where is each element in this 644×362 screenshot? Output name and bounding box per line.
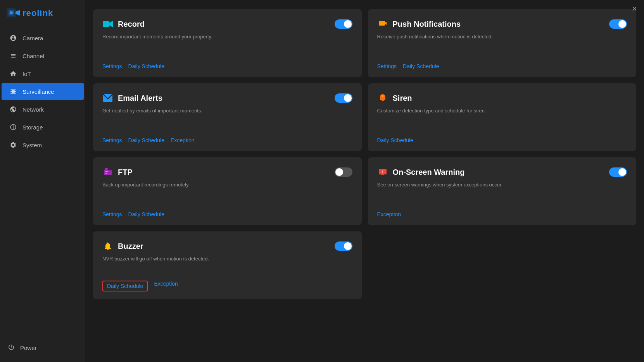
- buzzer-toggle[interactable]: [335, 241, 352, 251]
- sidebar-item-network[interactable]: Network: [2, 101, 84, 118]
- siren-desc: Customize detection type and schedule fo…: [377, 107, 627, 131]
- email-title: Email Alerts: [118, 94, 162, 103]
- logo-text: reolink: [22, 8, 53, 18]
- record-daily-schedule-link[interactable]: Daily Schedule: [128, 63, 164, 69]
- buzzer-card: Buzzer NVR buzzer will go off when motio…: [93, 231, 362, 299]
- push-icon: [377, 19, 388, 29]
- power-label: Power: [20, 345, 37, 351]
- buzzer-daily-schedule-link[interactable]: Daily Schedule: [102, 281, 148, 291]
- onscreen-icon: !: [377, 167, 388, 178]
- nav-menu: Camera Channel IoT Surveillance: [0, 29, 85, 334]
- ftp-card-header: FTP: [102, 167, 352, 178]
- record-desc: Record important moments around your pro…: [102, 33, 352, 57]
- svg-marker-7: [385, 22, 387, 25]
- sidebar-item-iot-label: IoT: [22, 71, 31, 77]
- sidebar-item-channel-label: Channel: [22, 53, 44, 59]
- sidebar-item-surveillance-label: Surveillance: [22, 88, 54, 95]
- buzzer-title-area: Buzzer: [102, 241, 143, 252]
- sidebar-item-network-label: Network: [22, 106, 44, 113]
- sidebar: reolink Camera Channel IoT: [0, 0, 85, 362]
- push-card-header: Push Notifications: [377, 19, 627, 29]
- sidebar-item-storage[interactable]: Storage: [2, 119, 84, 136]
- svg-rect-17: [381, 174, 384, 175]
- onscreen-title: On-Screen Warning: [393, 168, 465, 177]
- sidebar-item-storage-label: Storage: [22, 124, 43, 131]
- svg-point-2: [10, 11, 13, 14]
- onscreen-links: Exception: [377, 205, 627, 217]
- svg-rect-13: [105, 168, 108, 170]
- siren-daily-schedule-link[interactable]: Daily Schedule: [377, 137, 413, 143]
- svg-text:!: !: [382, 170, 383, 174]
- email-exception-link[interactable]: Exception: [171, 137, 194, 143]
- sidebar-item-channel[interactable]: Channel: [2, 47, 84, 64]
- push-title-area: Push Notifications: [377, 19, 461, 29]
- email-icon: [102, 93, 113, 103]
- siren-card: Siren Customize detection type and sched…: [368, 83, 637, 151]
- record-links: Settings Daily Schedule: [102, 57, 352, 69]
- onscreen-title-area: ! On-Screen Warning: [377, 167, 465, 178]
- siren-card-header: Siren: [377, 93, 627, 103]
- svg-rect-15: [105, 173, 107, 174]
- onscreen-toggle[interactable]: [609, 167, 627, 177]
- power-button[interactable]: Power: [8, 340, 78, 356]
- ftp-daily-schedule-link[interactable]: Daily Schedule: [128, 211, 164, 217]
- push-links: Settings Daily Schedule: [377, 57, 627, 69]
- svg-rect-6: [379, 21, 385, 26]
- ftp-desc: Back up important recordings remotely.: [102, 181, 352, 205]
- push-daily-schedule-link[interactable]: Daily Schedule: [403, 63, 439, 69]
- ftp-links: Settings Daily Schedule: [102, 205, 352, 217]
- email-card-header: Email Alerts: [102, 93, 352, 103]
- buzzer-card-header: Buzzer: [102, 241, 352, 252]
- sidebar-item-surveillance[interactable]: Surveillance: [2, 83, 84, 100]
- buzzer-links: Daily Schedule Exception: [102, 274, 352, 291]
- email-daily-schedule-link[interactable]: Daily Schedule: [128, 137, 164, 143]
- main-content: × Record Record important mome: [85, 0, 644, 362]
- sidebar-item-iot[interactable]: IoT: [2, 65, 84, 82]
- onscreen-desc: See on-screen warnings when system excep…: [377, 181, 627, 205]
- channel-icon: [9, 52, 17, 60]
- push-notifications-card: Push Notifications Receive push notifica…: [368, 9, 637, 77]
- storage-icon: [9, 123, 17, 131]
- sidebar-item-system-label: System: [22, 142, 42, 148]
- system-icon: [9, 141, 17, 149]
- siren-icon: [377, 93, 388, 103]
- svg-rect-12: [104, 170, 112, 175]
- logo-icon: [6, 8, 21, 19]
- svg-rect-4: [103, 21, 109, 27]
- ftp-toggle[interactable]: [335, 167, 352, 177]
- surveillance-icon: [9, 88, 17, 95]
- ftp-card: FTP Back up important recordings remotel…: [93, 157, 362, 225]
- svg-rect-14: [105, 171, 108, 172]
- network-icon: [9, 105, 17, 113]
- buzzer-icon: [102, 241, 113, 252]
- svg-point-11: [382, 95, 383, 97]
- push-settings-link[interactable]: Settings: [377, 63, 397, 69]
- push-title: Push Notifications: [393, 20, 461, 29]
- record-card-header: Record: [102, 19, 352, 29]
- email-toggle[interactable]: [335, 93, 352, 103]
- close-button[interactable]: ×: [632, 5, 637, 13]
- email-alerts-card: Email Alerts Get notified by emails of i…: [93, 83, 362, 151]
- email-settings-link[interactable]: Settings: [102, 137, 122, 143]
- record-toggle[interactable]: [335, 19, 352, 29]
- camera-icon: [9, 34, 17, 42]
- on-screen-warning-card: ! On-Screen Warning See on-screen warnin…: [368, 157, 637, 225]
- logo: reolink: [0, 0, 85, 29]
- record-title-area: Record: [102, 19, 145, 29]
- onscreen-exception-link[interactable]: Exception: [377, 211, 401, 217]
- record-settings-link[interactable]: Settings: [102, 63, 122, 69]
- buzzer-exception-link[interactable]: Exception: [154, 281, 178, 291]
- sidebar-item-camera-label: Camera: [22, 35, 43, 41]
- sidebar-bottom: Power: [0, 334, 85, 362]
- record-icon: [102, 19, 113, 29]
- push-toggle[interactable]: [609, 19, 627, 29]
- svg-marker-5: [109, 21, 113, 27]
- email-title-area: Email Alerts: [102, 93, 162, 103]
- sidebar-item-camera[interactable]: Camera: [2, 29, 84, 47]
- iot-icon: [9, 70, 17, 78]
- email-links: Settings Daily Schedule Exception: [102, 131, 352, 143]
- sidebar-item-system[interactable]: System: [2, 136, 84, 153]
- ftp-title-area: FTP: [102, 167, 133, 178]
- ftp-settings-link[interactable]: Settings: [102, 211, 122, 217]
- power-icon: [8, 344, 15, 352]
